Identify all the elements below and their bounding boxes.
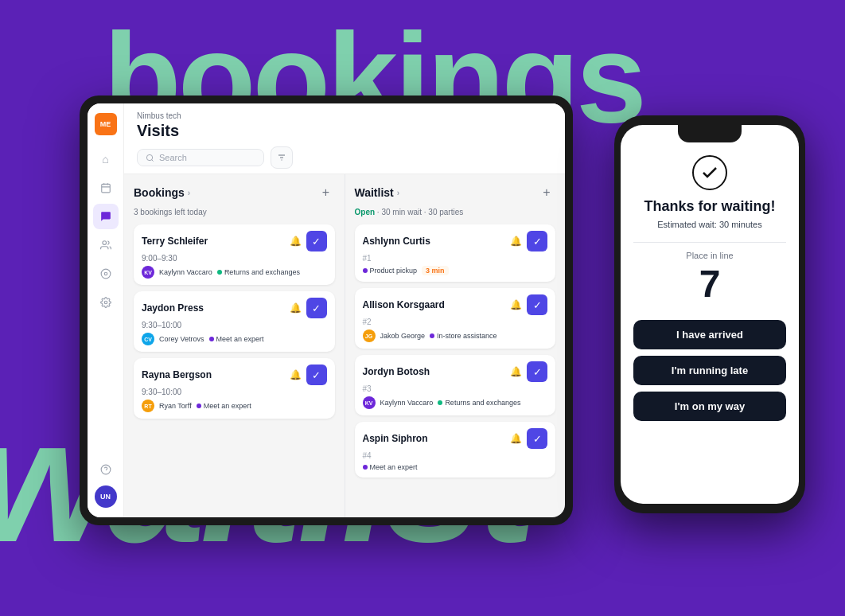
waitlist-tags-jordyn: KV Kaylynn Vaccaro Returns and exchanges [363, 396, 548, 409]
svg-point-6 [104, 272, 107, 275]
parties-count: 30 parties [428, 208, 463, 216]
service-jordyn: Returns and exchanges [438, 399, 520, 407]
service-ashlynn: Product pickup [363, 267, 418, 275]
waitlist-name-ashlynn: Ashlynn Curtis [363, 236, 430, 247]
tag-returns-terry: Returns and exchanges [217, 268, 300, 276]
arrived-button[interactable]: I have arrived [633, 320, 786, 349]
bell-icon-jordyn[interactable]: 🔔 [510, 366, 522, 377]
check-button-jaydon[interactable]: ✓ [306, 298, 327, 318]
check-button-rayna[interactable]: ✓ [306, 365, 327, 385]
waitlist-add-button[interactable]: + [538, 184, 555, 201]
waitlist-num-ashlynn: #1 [363, 254, 548, 263]
company-avatar: ME [95, 113, 117, 135]
sidebar: ME ⌂ UN [88, 103, 124, 517]
sidebar-item-help[interactable] [93, 457, 119, 482]
bell-icon-jaydon[interactable]: 🔔 [290, 302, 302, 314]
thanks-title: Thanks for waiting! [644, 198, 775, 215]
booking-card-rayna: Rayna Bergson 🔔 ✓ 9:30–10:00 RT Ryan Tor… [134, 358, 335, 419]
check-button-ashlynn[interactable]: ✓ [527, 231, 547, 251]
waitlist-card-jordyn: Jordyn Botosh 🔔 ✓ #3 KV Kaylynn Vaccaro [355, 355, 556, 415]
wait-time: 30 min wait [381, 208, 422, 216]
sidebar-item-calendar[interactable] [93, 175, 119, 201]
sidebar-item-home[interactable]: ⌂ [93, 146, 119, 172]
filter-button[interactable] [271, 146, 293, 169]
running-late-button[interactable]: I'm running late [633, 356, 786, 385]
top-bar: Nimbus tech Visits Search [124, 103, 565, 174]
svg-point-10 [146, 154, 152, 160]
waitlist-name-aspin: Aspin Siphron [363, 433, 428, 444]
booking-card-jaydon: Jaydon Press 🔔 ✓ 9:30–10:00 CV Corey Vet… [134, 291, 335, 352]
tag-expert-jaydon: Meet an expert [209, 335, 264, 343]
sidebar-item-location[interactable] [93, 261, 119, 287]
on-my-way-button[interactable]: I'm on my way [633, 392, 786, 421]
assignee-label-jordyn: Kaylynn Vaccaro [380, 399, 434, 407]
divider [633, 242, 786, 243]
waitlist-num-allison: #2 [363, 318, 548, 326]
sidebar-item-settings[interactable] [93, 290, 119, 315]
tag-expert-rayna: Meet an expert [197, 402, 251, 410]
columns-wrap: Bookings › + 3 bookings left today Terry… [124, 174, 565, 517]
booking-name-terry: Terry Schleifer [142, 236, 208, 247]
main-content: Nimbus tech Visits Search [124, 103, 565, 517]
svg-rect-0 [101, 184, 110, 193]
check-button-allison[interactable]: ✓ [527, 294, 547, 315]
bell-icon-terry[interactable]: 🔔 [290, 236, 302, 247]
bookings-column-header: Bookings › + [134, 184, 335, 201]
assignee-avatar-rayna: RT [142, 400, 154, 412]
svg-line-11 [152, 159, 154, 161]
search-input-wrap[interactable]: Search [137, 149, 264, 166]
waitlist-name-allison: Allison Korsgaard [363, 299, 445, 310]
search-placeholder: Search [159, 153, 187, 162]
bell-icon-ashlynn[interactable]: 🔔 [510, 236, 522, 247]
booking-tags-jaydon: CV Corey Vetrovs Meet an expert [142, 333, 327, 345]
tablet-device: ME ⌂ UN [80, 96, 573, 525]
bookings-chevron: › [188, 189, 190, 197]
search-bar: Search [137, 146, 552, 169]
bell-icon-aspin[interactable]: 🔔 [510, 433, 522, 444]
waitlist-num-aspin: #4 [363, 451, 548, 460]
sidebar-item-messages[interactable] [93, 204, 119, 229]
waitlist-column-header: Waitlist › + [355, 184, 556, 201]
status-open: Open [355, 208, 376, 216]
service-aspin: Meet an expert [363, 463, 418, 471]
phone-device: Thanks for waiting! Estimated wait: 30 m… [614, 115, 805, 513]
assignee-label-rayna: Ryan Torff [159, 402, 192, 410]
assignee-avatar-jordyn: KV [363, 396, 376, 409]
assignee-avatar-allison: JG [363, 329, 376, 342]
assignee-avatar-jaydon: CV [142, 333, 154, 345]
waitlist-card-ashlynn: Ashlynn Curtis 🔔 ✓ #1 Product pickup [355, 224, 556, 282]
bookings-subtitle: 3 bookings left today [134, 208, 335, 216]
bookings-title: Bookings › [134, 186, 190, 199]
bookings-column: Bookings › + 3 bookings left today Terry… [124, 174, 345, 517]
search-icon [146, 154, 154, 162]
waitlist-tags-ashlynn: Product pickup 3 min [363, 266, 548, 275]
booking-name-rayna: Rayna Bergson [142, 369, 212, 380]
bell-icon-allison[interactable]: 🔔 [510, 299, 522, 310]
page-title: Visits [137, 122, 552, 140]
booking-time-jaydon: 9:30–10:00 [142, 321, 327, 329]
check-circle-icon [692, 155, 727, 190]
assignee-label-jaydon: Corey Vetrovs [159, 335, 204, 343]
company-name: Nimbus tech [137, 111, 552, 120]
waitlist-name-jordyn: Jordyn Botosh [363, 366, 430, 377]
bell-icon-rayna[interactable]: 🔔 [290, 369, 302, 380]
user-avatar: UN [95, 485, 117, 508]
waitlist-chevron: › [397, 189, 399, 197]
booking-tags-rayna: RT Ryan Torff Meet an expert [142, 400, 327, 412]
sidebar-item-users[interactable] [93, 232, 119, 258]
bookings-add-button[interactable]: + [317, 184, 335, 201]
waitlist-tags-aspin: Meet an expert [363, 463, 548, 471]
waitlist-num-jordyn: #3 [363, 384, 548, 393]
svg-point-5 [101, 269, 111, 279]
booking-time-terry: 9:00–9:30 [142, 254, 327, 263]
place-in-line-label: Place in line [686, 251, 733, 260]
assignee-avatar-terry: KV [142, 266, 154, 279]
place-number: 7 [699, 262, 721, 306]
assignee-label-terry: Kaylynn Vaccaro [159, 268, 212, 276]
check-button-aspin[interactable]: ✓ [527, 428, 547, 449]
booking-card-terry: Terry Schleifer 🔔 ✓ 9:00–9:30 KV Kaylynn… [134, 224, 335, 285]
phone-screen: Thanks for waiting! Estimated wait: 30 m… [621, 125, 799, 504]
check-button-terry[interactable]: ✓ [306, 231, 327, 251]
check-button-jordyn[interactable]: ✓ [527, 361, 547, 382]
svg-point-4 [102, 241, 106, 245]
